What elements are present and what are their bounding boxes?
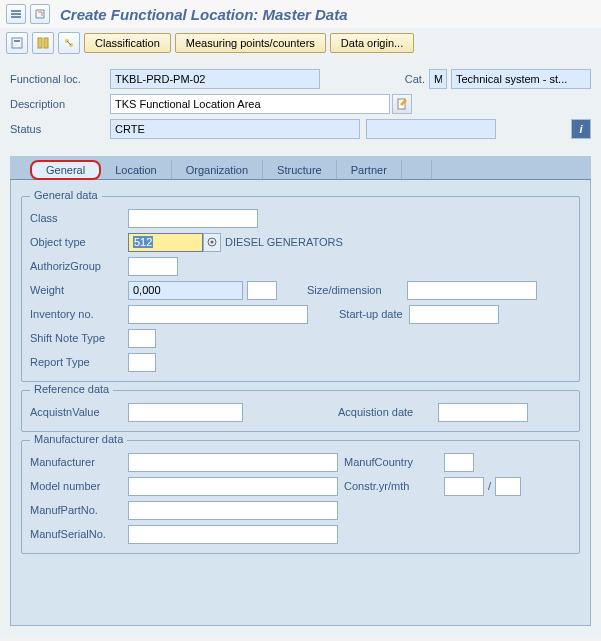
svg-rect-4 bbox=[14, 40, 20, 42]
svg-rect-5 bbox=[38, 38, 42, 48]
acq-date-input[interactable] bbox=[438, 403, 528, 422]
manuf-country-label: ManufCountry bbox=[344, 456, 444, 468]
data-origin-button[interactable]: Data origin... bbox=[330, 33, 414, 53]
desc-input[interactable] bbox=[110, 94, 390, 114]
shift-input[interactable] bbox=[128, 329, 156, 348]
func-loc-label: Functional loc. bbox=[10, 73, 110, 85]
weight-input[interactable] bbox=[128, 281, 243, 300]
desc-longtext-button[interactable] bbox=[392, 94, 412, 114]
svg-rect-6 bbox=[44, 38, 48, 48]
desc-label: Description bbox=[10, 98, 110, 110]
model-label: Model number bbox=[30, 480, 128, 492]
tab-location[interactable]: Location bbox=[101, 160, 172, 179]
acq-value-label: AcquistnValue bbox=[30, 406, 128, 418]
constr-month-input[interactable] bbox=[495, 477, 521, 496]
cat-desc-input[interactable] bbox=[451, 69, 591, 89]
acq-value-input[interactable] bbox=[128, 403, 243, 422]
toolbar-icon-3[interactable] bbox=[58, 32, 80, 54]
report-label: Report Type bbox=[30, 356, 128, 368]
manufacturer-label: Manufacturer bbox=[30, 456, 128, 468]
size-label: Size/dimension bbox=[307, 284, 407, 296]
weight-unit-input[interactable] bbox=[247, 281, 277, 300]
svg-rect-2 bbox=[11, 16, 21, 18]
svg-rect-0 bbox=[11, 10, 21, 12]
cat-label: Cat. bbox=[405, 73, 425, 85]
svg-rect-12 bbox=[416, 170, 417, 171]
constr-year-input[interactable] bbox=[444, 477, 484, 496]
part-input[interactable] bbox=[128, 501, 338, 520]
acq-date-label: Acquistion date bbox=[338, 406, 438, 418]
classification-button[interactable]: Classification bbox=[84, 33, 171, 53]
report-input[interactable] bbox=[128, 353, 156, 372]
svg-rect-3 bbox=[12, 38, 22, 48]
general-data-title: General data bbox=[30, 189, 102, 201]
tab-more[interactable] bbox=[402, 160, 432, 179]
weight-label: Weight bbox=[30, 284, 128, 296]
expand-icon[interactable] bbox=[30, 4, 50, 24]
tab-structure[interactable]: Structure bbox=[263, 160, 337, 179]
toolbar-icon-2[interactable] bbox=[32, 32, 54, 54]
constr-sep: / bbox=[488, 480, 491, 492]
inventory-label: Inventory no. bbox=[30, 308, 128, 320]
serial-label: ManufSerialNo. bbox=[30, 528, 128, 540]
manufacturer-input[interactable] bbox=[128, 453, 338, 472]
svg-line-9 bbox=[67, 41, 71, 45]
toolbar-icon-1[interactable] bbox=[6, 32, 28, 54]
model-input[interactable] bbox=[128, 477, 338, 496]
object-type-desc: DIESEL GENERATORS bbox=[225, 236, 343, 248]
status-input[interactable] bbox=[110, 119, 360, 139]
authoriz-label: AuthorizGroup bbox=[30, 260, 128, 272]
status-label: Status bbox=[10, 123, 110, 135]
size-input[interactable] bbox=[407, 281, 537, 300]
class-input[interactable] bbox=[128, 209, 258, 228]
authoriz-input[interactable] bbox=[128, 257, 178, 276]
shift-label: Shift Note Type bbox=[30, 332, 128, 344]
status-info-button[interactable]: i bbox=[571, 119, 591, 139]
page-title: Create Functional Location: Master Data bbox=[60, 6, 348, 23]
svg-rect-1 bbox=[11, 13, 21, 15]
startup-input[interactable] bbox=[409, 305, 499, 324]
class-label: Class bbox=[30, 212, 128, 224]
svg-point-14 bbox=[211, 241, 214, 244]
serial-input[interactable] bbox=[128, 525, 338, 544]
reference-data-title: Reference data bbox=[30, 383, 113, 395]
startup-label: Start-up date bbox=[309, 308, 409, 320]
cat-input[interactable] bbox=[429, 69, 447, 89]
tab-general[interactable]: General bbox=[30, 160, 101, 180]
status-input-2[interactable] bbox=[366, 119, 496, 139]
constr-label: Constr.yr/mth bbox=[344, 480, 444, 492]
measuring-points-button[interactable]: Measuring points/counters bbox=[175, 33, 326, 53]
inventory-input[interactable] bbox=[128, 305, 308, 324]
object-type-label: Object type bbox=[30, 236, 128, 248]
object-type-f4[interactable] bbox=[203, 233, 221, 252]
part-label: ManufPartNo. bbox=[30, 504, 128, 516]
manuf-country-input[interactable] bbox=[444, 453, 474, 472]
menu-icon[interactable] bbox=[6, 4, 26, 24]
manufacturer-data-title: Manufacturer data bbox=[30, 433, 127, 445]
tab-organization[interactable]: Organization bbox=[172, 160, 263, 179]
func-loc-input[interactable] bbox=[110, 69, 320, 89]
tab-partner[interactable]: Partner bbox=[337, 160, 402, 179]
object-type-input[interactable]: 512 bbox=[128, 233, 203, 252]
